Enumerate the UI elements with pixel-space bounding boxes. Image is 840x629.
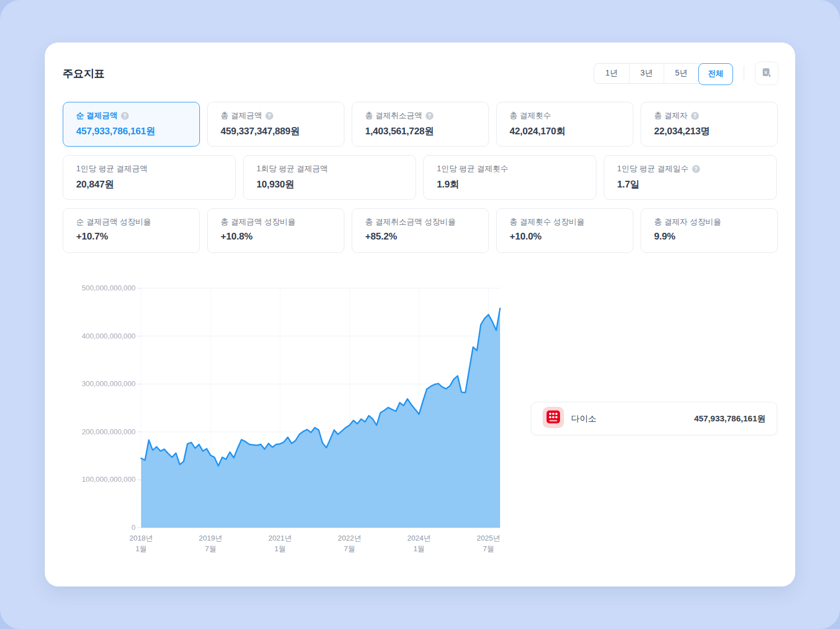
x-axis-tick-label: 2018년1월 [116,533,166,555]
main-board: 주요지표 1년3년5년전체 x 순 결제금액?457,933,786,161원총… [45,43,795,586]
payments-area-chart: 0100,000,000,000200,000,000,000300,000,0… [45,43,795,586]
y-axis-tick-label: 200,000,000,000 [60,428,136,436]
x-axis-tick-label: 2025년7월 [463,533,514,555]
y-axis-tick-label: 400,000,000,000 [60,332,136,340]
legend-item-name: 다이소 [571,414,596,424]
x-axis-tick-label: 2021년1월 [255,533,305,555]
daiso-logo-icon [543,407,564,430]
x-axis-tick-label: 2022년7월 [324,533,375,555]
legend-item-value: 457,933,786,161원 [694,414,766,424]
y-axis-tick-label: 0 [60,523,136,532]
x-axis-tick-label: 2024년1월 [394,533,444,555]
y-axis-tick-label: 100,000,000,000 [60,475,136,484]
x-axis-tick-label: 2019년7월 [185,533,236,555]
chart-plot-area[interactable] [141,288,500,528]
y-axis-tick-label: 300,000,000,000 [60,379,136,388]
legend-item-daiso[interactable]: 다이소 457,933,786,161원 [531,402,777,435]
y-axis-tick-label: 500,000,000,000 [60,284,136,292]
